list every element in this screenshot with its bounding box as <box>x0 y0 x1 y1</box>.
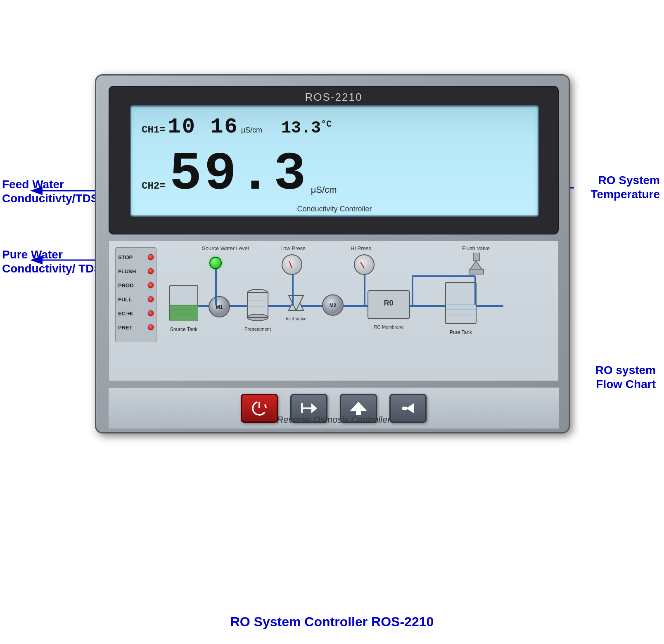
ro-flow-chart-line2: Flow Chart <box>595 377 656 391</box>
source-water-level-label: Source Water Level <box>202 245 249 251</box>
ch2-value: 59.3 <box>170 148 308 201</box>
pure-water-line1: Pure Water <box>2 248 102 262</box>
pretreatment-label: Pretreatment <box>244 327 271 331</box>
led-full-dot <box>148 296 154 302</box>
pipe-lowpress-down <box>292 275 294 305</box>
ro-flow-chart-line1: RO system <box>595 363 656 377</box>
pipe-hipress-down <box>364 275 365 305</box>
flow-section: STOP FLUSH PROD FULL EC-HI PRET <box>109 241 559 381</box>
led-row-pret: PRET <box>118 321 154 334</box>
ch2-row: CH2= 59.3 μS/cm <box>142 148 337 201</box>
m1-motor: M1 <box>208 296 230 320</box>
pipe-flush-h <box>412 275 475 277</box>
svg-rect-34 <box>356 411 361 415</box>
ch2-label: CH2= <box>142 180 166 192</box>
ch1-unit: μS/cm <box>241 126 262 135</box>
source-tank-label: Source Tank <box>170 327 198 332</box>
feed-water-annotation: Feed Water Conducitivty/TDS <box>2 178 98 205</box>
svg-marker-31 <box>311 403 317 413</box>
display-section: ROS-2210 CH1= 10 16 μS/cm 13.3°C CH2= 59… <box>109 86 559 234</box>
svg-text:R0: R0 <box>384 299 393 307</box>
led-stop-label: STOP <box>118 254 133 260</box>
power-button[interactable] <box>241 394 278 423</box>
ro-system-temp-line2: Temperature <box>590 187 660 201</box>
button-section: Reverse Osmosis Controller <box>109 387 559 429</box>
hi-press-label: HI Press <box>351 245 371 251</box>
led-row-echi: EC-HI <box>118 307 154 320</box>
svg-rect-6 <box>170 305 198 321</box>
svg-text:M2: M2 <box>330 303 337 308</box>
inlet-valve-svg <box>288 295 304 311</box>
back-icon <box>399 399 417 417</box>
led-row-full: FULL <box>118 293 154 305</box>
pipe-flush-down <box>474 276 476 305</box>
feed-water-line1: Feed Water <box>2 178 98 192</box>
flush-valve-svg <box>467 253 486 275</box>
led-full-label: FULL <box>118 296 132 303</box>
temp-number: 13.3 <box>281 119 321 137</box>
led-prod-dot <box>148 282 154 288</box>
flush-valve-label: Flush Valve <box>462 245 490 251</box>
led-stop-dot <box>148 254 154 260</box>
led-panel: STOP FLUSH PROD FULL EC-HI PRET <box>115 247 157 342</box>
pure-water-line2: Conductivity/ TDS <box>2 262 102 276</box>
hi-press-needle <box>360 262 365 269</box>
led-row-stop: STOP <box>118 251 154 263</box>
inlet-valve-label: Inlet Valve <box>286 316 307 321</box>
device-body: ROS-2210 CH1= 10 16 μS/cm 13.3°C CH2= 59… <box>95 74 570 433</box>
svg-marker-3 <box>470 261 482 269</box>
low-press-gauge <box>282 254 302 275</box>
led-row-flush: FLUSH <box>118 265 154 277</box>
ro-system-temp-annotation: RO System Temperature <box>590 173 660 201</box>
flush-valve-icon <box>467 253 486 275</box>
pure-water-annotation: Pure Water Conductivity/ TDS <box>2 248 102 275</box>
ro-system-temp-line1: RO System <box>590 173 660 187</box>
power-icon <box>250 399 268 417</box>
ro-membrane-svg: R0 <box>367 290 410 320</box>
led-flush-label: FLUSH <box>118 268 136 275</box>
hi-press-gauge <box>354 254 375 275</box>
ro-membrane: R0 RO Membrane <box>367 290 410 321</box>
pretreatment: Pretreatment <box>245 289 270 323</box>
ch1-label: CH1= <box>142 124 166 135</box>
ch2-unit: μS/cm <box>311 185 337 195</box>
source-tank: Source Tank <box>169 284 199 323</box>
pipe-flush-left <box>412 275 413 305</box>
water-level-sensor <box>209 257 222 269</box>
led-row-prod: PROD <box>118 279 154 291</box>
ro-flow-chart-annotation: RO system Flow Chart <box>595 363 656 391</box>
svg-text:M1: M1 <box>216 304 223 310</box>
feed-water-line2: Conducitivty/TDS <box>2 192 98 206</box>
back-button[interactable] <box>389 394 427 423</box>
svg-marker-33 <box>350 402 367 411</box>
m2-motor: M2 <box>322 294 344 318</box>
led-pret-label: PRET <box>118 324 133 331</box>
svg-rect-2 <box>473 253 479 261</box>
low-press-needle <box>289 261 292 269</box>
m1-motor-svg: M1 <box>208 296 230 318</box>
led-prod-label: PROD <box>118 282 134 289</box>
pure-tank: Pure Tank <box>445 282 477 326</box>
caption: RO System Controller ROS-2210 <box>230 614 434 630</box>
m2-motor-svg: M2 <box>322 294 344 316</box>
led-echi-label: EC-HI <box>118 310 133 317</box>
inlet-valve: Inlet Valve <box>288 295 304 313</box>
lcd-screen: CH1= 10 16 μS/cm 13.3°C CH2= 59.3 μS/cm … <box>130 105 539 217</box>
ch1-value: 10 16 <box>168 115 239 139</box>
source-tank-svg <box>169 284 199 322</box>
pure-tank-svg <box>445 282 477 324</box>
flow-chart-area: Source Water Level Low Press HI Press Fl… <box>161 245 553 377</box>
svg-rect-24 <box>446 282 476 324</box>
pipe-level-down <box>215 269 217 305</box>
led-echi-dot <box>148 310 154 316</box>
device-title: ROS-2210 <box>305 91 363 104</box>
footer-label: Reverse Osmosis Controller <box>277 414 390 425</box>
pure-tank-label: Pure Tank <box>450 329 472 335</box>
low-press-label: Low Press <box>280 245 306 251</box>
pretreatment-svg <box>245 289 270 322</box>
svg-rect-4 <box>469 269 484 274</box>
led-flush-dot <box>148 268 154 274</box>
ro-membrane-label: RO Membrane <box>374 324 403 329</box>
ch1-row: CH1= 10 16 μS/cm 13.3°C <box>142 115 332 139</box>
led-pret-dot <box>148 324 154 330</box>
